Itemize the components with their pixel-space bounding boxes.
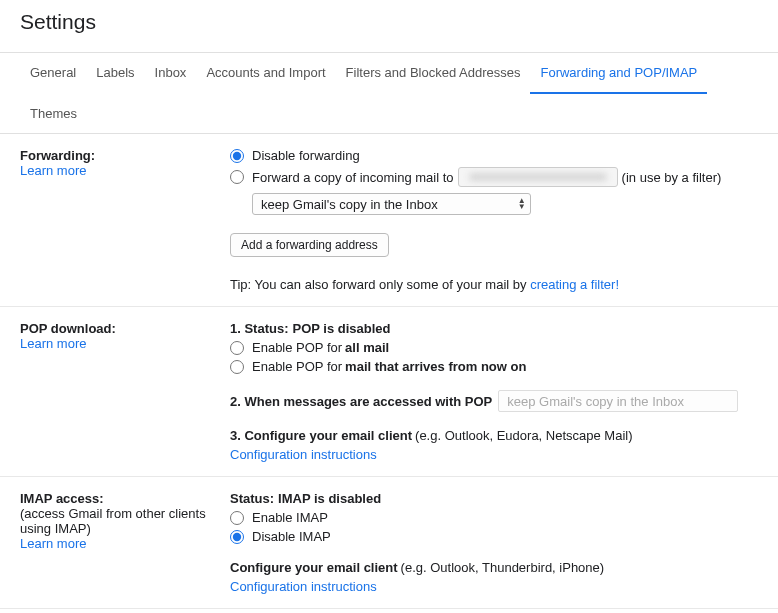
pop-now-prefix: Enable POP for [252, 359, 342, 374]
pop-status-value: POP is disabled [293, 321, 391, 336]
tab-inbox[interactable]: Inbox [145, 53, 197, 94]
pop-learn-more-link[interactable]: Learn more [20, 336, 230, 351]
tabs-row-2: Themes [0, 94, 778, 133]
page-title: Settings [20, 10, 758, 34]
tab-general[interactable]: General [20, 53, 86, 94]
section-imap: IMAP access: (access Gmail from other cl… [0, 477, 778, 609]
pop-keep-copy-value: keep Gmail's copy in the Inbox [507, 394, 684, 409]
in-use-by-filter-label: (in use by a filter) [622, 170, 722, 185]
pop-all-prefix: Enable POP for [252, 340, 342, 355]
radio-pop-all-mail[interactable] [230, 341, 244, 355]
tab-themes[interactable]: Themes [20, 94, 87, 133]
tab-filters[interactable]: Filters and Blocked Addresses [336, 53, 531, 94]
forward-email-field[interactable] [458, 167, 618, 187]
pop-keep-copy-select[interactable]: keep Gmail's copy in the Inbox [498, 390, 738, 412]
forwarding-learn-more-link[interactable]: Learn more [20, 163, 230, 178]
pop-config-instructions-link[interactable]: Configuration instructions [230, 447, 758, 462]
radio-disable-imap[interactable] [230, 530, 244, 544]
pop-configure-eg: (e.g. Outlook, Eudora, Netscape Mail) [415, 428, 633, 443]
radio-forward-copy[interactable] [230, 170, 244, 184]
pop-configure-label: 3. Configure your email client [230, 428, 412, 443]
imap-subtitle: (access Gmail from other clients using I… [20, 506, 230, 536]
imap-config-instructions-link[interactable]: Configuration instructions [230, 579, 758, 594]
add-forwarding-address-button[interactable]: Add a forwarding address [230, 233, 389, 257]
pop-now-bold: mail that arrives from now on [345, 359, 526, 374]
imap-status-value: IMAP is disabled [278, 491, 381, 506]
pop-when-accessed-label: 2. When messages are accessed with POP [230, 394, 492, 409]
radio-enable-imap[interactable] [230, 511, 244, 525]
forwarding-tip: Tip: You can also forward only some of y… [230, 277, 758, 292]
pop-title: POP download: [20, 321, 230, 336]
pop-status-label: 1. Status: [230, 321, 289, 336]
disable-forwarding-label: Disable forwarding [252, 148, 360, 163]
page-header: Settings [0, 0, 778, 44]
tab-labels[interactable]: Labels [86, 53, 144, 94]
select-arrows-icon: ▲▼ [518, 198, 526, 210]
imap-status-label: Status: [230, 491, 274, 506]
keep-copy-select[interactable]: keep Gmail's copy in the Inbox ▲▼ [252, 193, 531, 215]
section-pop: POP download: Learn more 1. Status: POP … [0, 307, 778, 477]
imap-configure-label: Configure your email client [230, 560, 398, 575]
tab-forwarding[interactable]: Forwarding and POP/IMAP [530, 53, 707, 94]
tip-text: Tip: You can also forward only some of y… [230, 277, 530, 292]
radio-disable-forwarding[interactable] [230, 149, 244, 163]
imap-title: IMAP access: [20, 491, 230, 506]
section-forwarding: Forwarding: Learn more Disable forwardin… [0, 134, 778, 307]
tabs-row: General Labels Inbox Accounts and Import… [0, 53, 778, 94]
pop-all-bold: all mail [345, 340, 389, 355]
tab-accounts[interactable]: Accounts and Import [196, 53, 335, 94]
imap-configure-eg: (e.g. Outlook, Thunderbird, iPhone) [401, 560, 605, 575]
forward-copy-label: Forward a copy of incoming mail to [252, 170, 454, 185]
creating-filter-link[interactable]: creating a filter! [530, 277, 619, 292]
imap-learn-more-link[interactable]: Learn more [20, 536, 230, 551]
disable-imap-label: Disable IMAP [252, 529, 331, 544]
keep-copy-select-value: keep Gmail's copy in the Inbox [261, 197, 438, 212]
enable-imap-label: Enable IMAP [252, 510, 328, 525]
forwarding-title: Forwarding: [20, 148, 230, 163]
radio-pop-from-now[interactable] [230, 360, 244, 374]
